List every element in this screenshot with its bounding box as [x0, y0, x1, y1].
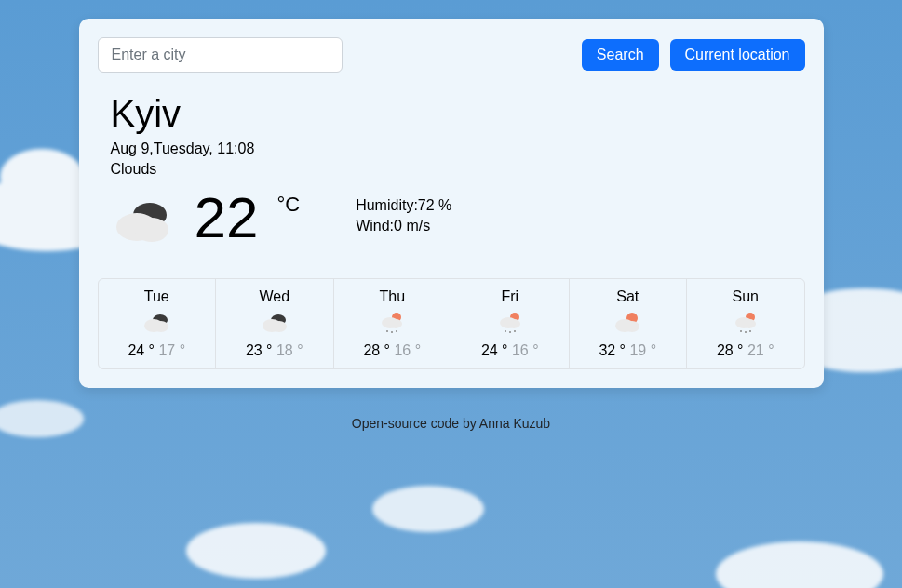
svg-point-5	[154, 321, 168, 332]
forecast-high: 32 °	[599, 342, 626, 358]
forecast-day-name: Tue	[104, 288, 210, 305]
source-code-link[interactable]: Open-source code by Anna Kuzub	[352, 416, 550, 431]
weather-details: Humidity:72 % Wind:0 m/s	[356, 197, 451, 238]
humidity-value: 72 %	[418, 197, 451, 213]
sun-rain-icon	[731, 311, 761, 335]
svg-point-12	[386, 330, 388, 332]
forecast-temps: 32 ° 19 °	[575, 342, 681, 359]
forecast-day-name: Thu	[340, 288, 446, 305]
forecast-low: 18 °	[276, 342, 303, 358]
svg-point-8	[272, 321, 287, 332]
forecast-temps: 23 ° 18 °	[222, 342, 328, 359]
forecast-low: 16 °	[512, 342, 539, 358]
svg-point-19	[509, 331, 511, 333]
city-name: Kyiv	[111, 93, 805, 135]
date-time: Aug 9,Tuesday, 11:08	[111, 140, 805, 157]
current-temperature: 22	[195, 189, 259, 247]
humidity-line: Humidity:72 %	[356, 197, 451, 214]
forecast-high: 28 °	[717, 342, 744, 358]
svg-point-27	[740, 330, 742, 332]
forecast-day-name: Wed	[222, 288, 328, 305]
forecast-high: 23 °	[246, 342, 273, 358]
wind-value: 0 m/s	[394, 218, 430, 234]
svg-point-13	[391, 331, 393, 333]
forecast-day: Wed 23 ° 18 °	[215, 278, 334, 369]
svg-point-26	[743, 319, 756, 328]
forecast-day: Sun 28 ° 21 °	[686, 278, 805, 369]
forecast-low: 17 °	[158, 342, 185, 358]
clouds-icon	[111, 185, 176, 250]
forecast-low: 19 °	[629, 342, 656, 358]
forecast-temps: 24 ° 16 °	[457, 342, 563, 359]
current-location-button[interactable]: Current location	[670, 39, 805, 71]
sun-rain-icon	[495, 311, 525, 335]
forecast-row: Tue 24 ° 17 ° Wed 23 ° 18 ° Thu 28 ° 16 …	[98, 278, 805, 369]
forecast-high: 24 °	[481, 342, 508, 358]
svg-point-18	[505, 330, 506, 332]
forecast-day: Tue 24 ° 17 °	[98, 278, 217, 369]
svg-point-2	[135, 218, 168, 242]
svg-point-11	[389, 319, 402, 328]
forecast-temps: 28 ° 16 °	[340, 342, 446, 359]
footer-credit: Open-source code by Anna Kuzub	[0, 416, 902, 431]
wind-label: Wind:	[356, 218, 394, 234]
forecast-low: 16 °	[394, 342, 421, 358]
svg-point-28	[745, 331, 747, 333]
clouds-icon	[260, 311, 289, 335]
forecast-temps: 24 ° 17 °	[104, 342, 210, 359]
svg-point-29	[749, 330, 751, 332]
humidity-label: Humidity:	[356, 197, 418, 213]
current-weather-row: 22 °C Humidity:72 % Wind:0 m/s	[111, 185, 805, 250]
forecast-high: 28 °	[363, 342, 390, 358]
svg-point-20	[514, 330, 516, 332]
forecast-day: Thu 28 ° 16 °	[333, 278, 452, 369]
svg-point-17	[507, 319, 520, 328]
svg-point-14	[396, 330, 397, 332]
forecast-high: 24 °	[128, 342, 155, 358]
forecast-day-name: Sat	[575, 288, 681, 305]
forecast-temps: 28 ° 21 °	[693, 342, 799, 359]
forecast-day-name: Sun	[693, 288, 799, 305]
city-search-input[interactable]	[98, 37, 343, 73]
weather-card: Search Current location Kyiv Aug 9,Tuesd…	[79, 19, 824, 388]
sun-rain-icon	[377, 311, 407, 335]
forecast-low: 21 °	[747, 342, 774, 358]
sun-cloud-icon	[613, 311, 642, 335]
forecast-day: Sat 32 ° 19 °	[569, 278, 688, 369]
wind-line: Wind:0 m/s	[356, 218, 451, 234]
temperature-unit[interactable]: °C	[276, 193, 300, 217]
forecast-day: Fri 24 ° 16 °	[451, 278, 570, 369]
clouds-icon	[141, 311, 171, 335]
forecast-day-name: Fri	[457, 288, 563, 305]
svg-point-23	[625, 321, 639, 332]
search-button[interactable]: Search	[582, 39, 659, 71]
search-row: Search Current location	[98, 37, 805, 73]
weather-condition: Clouds	[111, 161, 805, 178]
